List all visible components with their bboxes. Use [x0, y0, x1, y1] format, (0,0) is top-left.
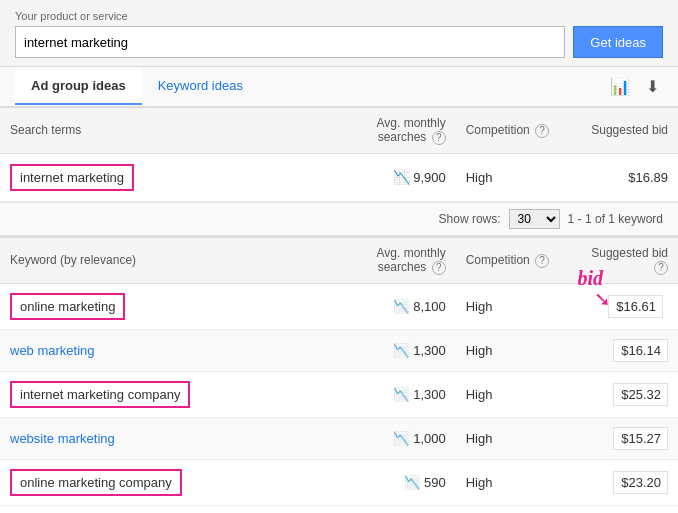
bid-value: $25.32 [613, 383, 668, 406]
trend-icon: 📉 [404, 475, 420, 490]
search-term-keyword: internet marketing [10, 164, 134, 191]
ki-keyword-cell: online marketing [0, 283, 356, 329]
download-icon[interactable]: ⬇ [642, 73, 663, 100]
tab-icons: 📊 ⬇ [606, 73, 663, 100]
ki-competition: High [456, 371, 567, 417]
search-terms-table: Search terms Avg. monthly searches ? Com… [0, 107, 678, 202]
keyword-ideas-row: internet marketing company📉1,300High$25.… [0, 371, 678, 417]
ki-avg: 📉590 [356, 459, 456, 505]
trend-icon: 📉 [393, 431, 409, 446]
ki-keyword-cell: website marketing [0, 417, 356, 459]
ki-avg: 📉1,300 [356, 329, 456, 371]
search-row: Get ideas [15, 26, 663, 58]
ki-avg: 📉1,000 [356, 417, 456, 459]
bid-value: $16.61 [608, 295, 663, 318]
col-avg-monthly: Avg. monthly searches ? [356, 108, 456, 154]
keyword-ideas-row: online marketing company📉590High$23.20 [0, 459, 678, 505]
chart-icon[interactable]: 📊 [606, 73, 634, 100]
ki-competition: High [456, 459, 567, 505]
bid-value: $16.14 [613, 339, 668, 362]
bid-value: $23.20 [613, 471, 668, 494]
ki-avg: 📉1,300 [356, 371, 456, 417]
trend-icon: 📉 [393, 169, 410, 185]
ki-bid: bid➘$16.61 [567, 283, 678, 329]
keyword-ideas-row: web marketing📉1,300High$16.14 [0, 329, 678, 371]
ki-bid: $15.27 [567, 417, 678, 459]
search-terms-row: internet marketing 📉 9,900 High $16.89 [0, 153, 678, 201]
ki-competition: High [456, 283, 567, 329]
search-term-avg: 📉 9,900 [356, 153, 456, 201]
get-ideas-button[interactable]: Get ideas [573, 26, 663, 58]
top-section: Your product or service Get ideas [0, 0, 678, 67]
col-suggested-bid: Suggested bid [567, 108, 678, 154]
tabs-row: Ad group ideas Keyword ideas 📊 ⬇ [0, 67, 678, 107]
ki-avg-help-icon[interactable]: ? [432, 261, 446, 275]
bid-arrow: ➘ [594, 287, 611, 311]
show-rows-bar: Show rows: 30 50 100 1 - 1 of 1 keyword [0, 202, 678, 236]
tab-ad-group[interactable]: Ad group ideas [15, 68, 142, 105]
keyword-ideas-section: Keyword (by relevance) Avg. monthly sear… [0, 237, 678, 506]
keyword-link[interactable]: web marketing [10, 343, 95, 358]
ki-competition: High [456, 417, 567, 459]
show-rows-label: Show rows: [439, 212, 501, 226]
ki-avg: 📉8,100 [356, 283, 456, 329]
show-rows-select[interactable]: 30 50 100 [509, 209, 560, 229]
search-input[interactable] [15, 26, 565, 58]
ki-bid: $25.32 [567, 371, 678, 417]
keyword-ideas-row: online marketing📉8,100Highbid➘$16.61 [0, 283, 678, 329]
ki-keyword-cell: online marketing company [0, 459, 356, 505]
keyword-ideas-row: website marketing📉1,000High$15.27 [0, 417, 678, 459]
ki-col-competition: Competition ? [456, 237, 567, 283]
ki-competition: High [456, 329, 567, 371]
keyword-link[interactable]: website marketing [10, 431, 115, 446]
pagination-text: 1 - 1 of 1 keyword [568, 212, 663, 226]
keyword-highlighted: online marketing company [10, 469, 182, 496]
col-search-terms: Search terms [0, 108, 356, 154]
search-terms-section: Search terms Avg. monthly searches ? Com… [0, 107, 678, 237]
comp-help-icon[interactable]: ? [535, 124, 549, 138]
ki-comp-help-icon[interactable]: ? [535, 254, 549, 268]
search-term-bid: $16.89 [567, 153, 678, 201]
keyword-ideas-table: Keyword (by relevance) Avg. monthly sear… [0, 237, 678, 506]
ki-bid-help-icon[interactable]: ? [654, 261, 668, 275]
keyword-highlighted: online marketing [10, 293, 125, 320]
ki-bid: $16.14 [567, 329, 678, 371]
search-term-competition: High [456, 153, 567, 201]
trend-icon: 📉 [393, 387, 409, 402]
bid-value: $15.27 [613, 427, 668, 450]
trend-icon: 📉 [393, 299, 409, 314]
ki-keyword-cell: internet marketing company [0, 371, 356, 417]
search-term-keyword-cell: internet marketing [0, 153, 356, 201]
product-label: Your product or service [15, 10, 663, 22]
keyword-highlighted: internet marketing company [10, 381, 190, 408]
ki-bid: $23.20 [567, 459, 678, 505]
tab-keyword-ideas[interactable]: Keyword ideas [142, 68, 259, 105]
avg-help-icon[interactable]: ? [432, 131, 446, 145]
col-competition: Competition ? [456, 108, 567, 154]
ki-col-keyword: Keyword (by relevance) [0, 237, 356, 283]
ki-col-avg: Avg. monthly searches ? [356, 237, 456, 283]
ki-keyword-cell: web marketing [0, 329, 356, 371]
trend-icon: 📉 [393, 343, 409, 358]
